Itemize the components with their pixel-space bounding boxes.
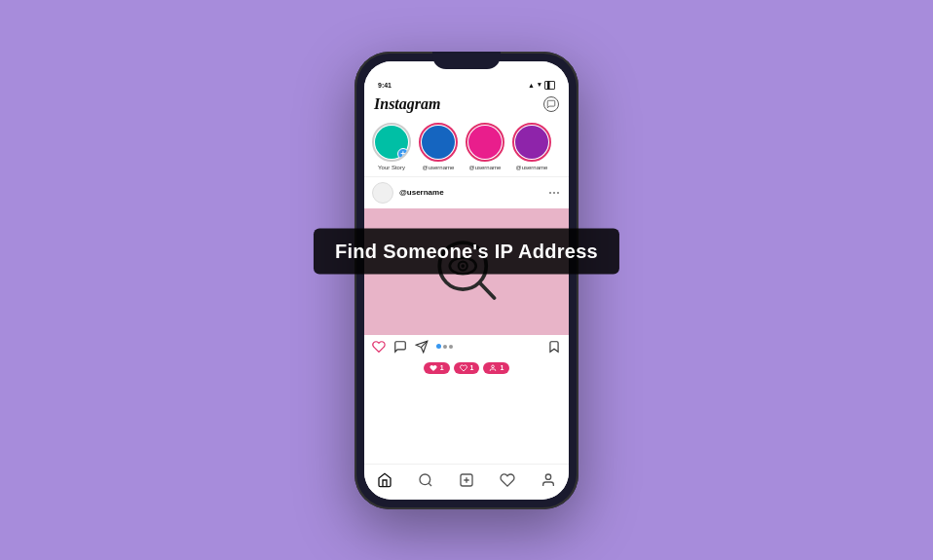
nav-heart-button[interactable]	[500, 472, 515, 488]
svg-line-4	[480, 282, 495, 298]
actions-left	[372, 340, 453, 354]
svg-point-7	[492, 365, 495, 368]
send-action-button[interactable]	[415, 340, 429, 354]
nav-home-button[interactable]	[377, 472, 392, 488]
wifi-icon: ▾	[538, 81, 541, 89]
post-header: @username ⋯	[364, 177, 569, 208]
story-user3[interactable]: @username	[512, 123, 551, 170]
nav-add-button[interactable]	[459, 472, 474, 488]
ig-logo: Instagram	[374, 95, 440, 113]
overlay-label: Find Someone's IP Address	[314, 228, 619, 274]
svg-point-8	[420, 474, 430, 485]
post-user[interactable]: @username	[372, 182, 444, 204]
comment-action-button[interactable]	[393, 340, 407, 354]
nav-profile-button[interactable]	[541, 472, 556, 488]
likes-bar: 1 1 1	[364, 358, 569, 378]
post-username: @username	[399, 188, 444, 197]
svg-point-13	[545, 474, 550, 479]
story-label-3: @username	[516, 165, 548, 170]
follow-badge: 1	[483, 362, 509, 374]
bookmark-action-button[interactable]	[547, 340, 561, 354]
likes-badge: 1	[424, 362, 450, 374]
svg-line-9	[429, 483, 431, 486]
phone-notch	[432, 52, 501, 69]
heart-action-button[interactable]	[372, 340, 386, 354]
story-label-2: @username	[469, 165, 502, 170]
story-user1[interactable]: @username	[419, 123, 458, 170]
scene: 9:41 ▲ ▾ ▌ Instagram	[355, 52, 578, 509]
battery-icon: ▌	[544, 81, 555, 90]
phone-frame: 9:41 ▲ ▾ ▌ Instagram	[355, 52, 578, 509]
post-actions	[364, 335, 569, 358]
ig-header: Instagram	[364, 92, 569, 117]
status-time: 9:41	[378, 82, 392, 89]
story-label-1: @username	[423, 165, 455, 170]
nav-search-button[interactable]	[418, 472, 433, 488]
story-user2[interactable]: @username	[466, 123, 504, 170]
messenger-icon[interactable]	[543, 96, 559, 112]
status-icons: ▲ ▾ ▌	[528, 81, 555, 90]
comments-badge: 1	[454, 362, 480, 374]
bottom-nav	[364, 464, 569, 500]
carousel-dots	[436, 344, 453, 349]
post-options-button[interactable]: ⋯	[548, 186, 561, 200]
story-your[interactable]: + Your Story	[372, 123, 411, 170]
story-label-yours: Your Story	[378, 165, 405, 170]
signal-icon: ▲	[528, 82, 535, 89]
phone-screen: 9:41 ▲ ▾ ▌ Instagram	[364, 61, 569, 500]
stories-row: + Your Story @username @username	[364, 117, 569, 176]
